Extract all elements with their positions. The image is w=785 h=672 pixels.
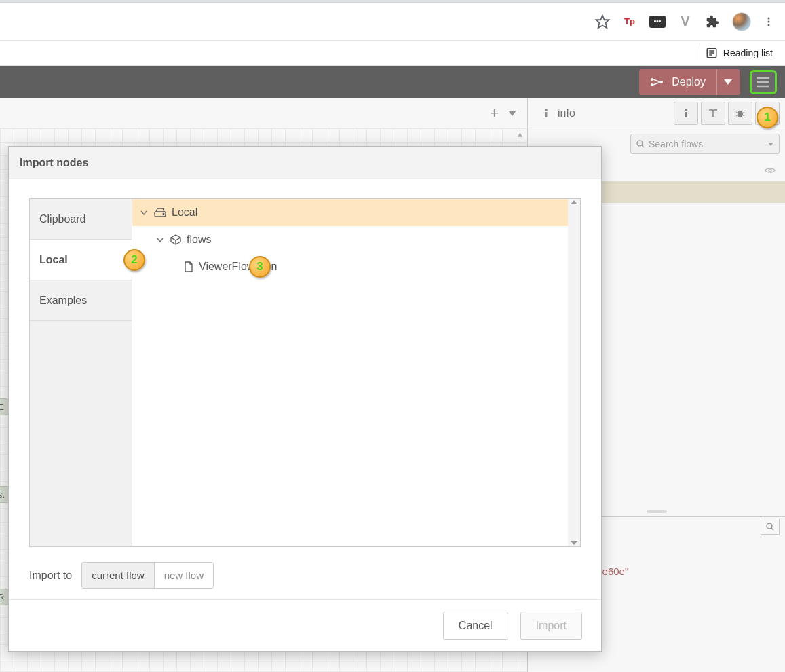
svg-point-2 bbox=[768, 20, 770, 22]
import-tab-clipboard[interactable]: Clipboard bbox=[30, 199, 132, 240]
tree-file-viewerflow[interactable]: ViewerFlow.json 3 bbox=[132, 253, 580, 280]
import-dialog: Import nodes Clipboard Local 2 Examples … bbox=[8, 146, 602, 652]
import-tab-examples[interactable]: Examples bbox=[30, 280, 132, 321]
extension-video-icon[interactable]: ••• bbox=[649, 16, 666, 28]
svg-point-33 bbox=[163, 214, 164, 215]
svg-point-1 bbox=[768, 17, 770, 19]
profile-avatar[interactable] bbox=[732, 12, 751, 31]
tree-folder-flows[interactable]: flows bbox=[132, 226, 580, 253]
callout-2: 2 bbox=[123, 249, 145, 271]
bookmark-star-icon[interactable] bbox=[595, 14, 610, 29]
chrome-menu-icon[interactable] bbox=[763, 16, 774, 27]
svg-marker-0 bbox=[596, 15, 609, 27]
cancel-button[interactable]: Cancel bbox=[443, 612, 508, 640]
extensions-puzzle-icon[interactable] bbox=[705, 14, 720, 29]
file-icon bbox=[184, 261, 193, 272]
chevron-down-icon bbox=[139, 210, 149, 215]
import-button[interactable]: Import bbox=[520, 612, 582, 640]
extension-tp-icon[interactable]: Tp bbox=[622, 14, 637, 29]
browser-toolbar: Tp ••• V bbox=[0, 3, 785, 41]
callout-1: 1 bbox=[757, 107, 778, 128]
extension-v-icon[interactable]: V bbox=[678, 14, 693, 29]
bookmark-bar: Reading list bbox=[0, 41, 785, 66]
cube-icon bbox=[170, 234, 181, 245]
callout-3: 3 bbox=[249, 256, 271, 278]
import-to-label: Import to bbox=[29, 570, 72, 582]
tree-root-local[interactable]: Local bbox=[132, 199, 580, 226]
dialog-title: Import nodes bbox=[9, 147, 601, 179]
reading-list-icon[interactable] bbox=[706, 47, 718, 59]
svg-point-3 bbox=[768, 24, 770, 26]
import-to-toggle: current flow new flow bbox=[81, 562, 214, 589]
tree-scrollbar[interactable] bbox=[568, 199, 580, 546]
import-to-current[interactable]: current flow bbox=[82, 563, 155, 588]
import-tab-local[interactable]: Local 2 bbox=[30, 240, 132, 280]
drive-icon bbox=[154, 208, 166, 217]
reading-list-label[interactable]: Reading list bbox=[723, 48, 773, 58]
import-to-new[interactable]: new flow bbox=[155, 563, 213, 588]
chevron-down-icon bbox=[155, 238, 165, 242]
